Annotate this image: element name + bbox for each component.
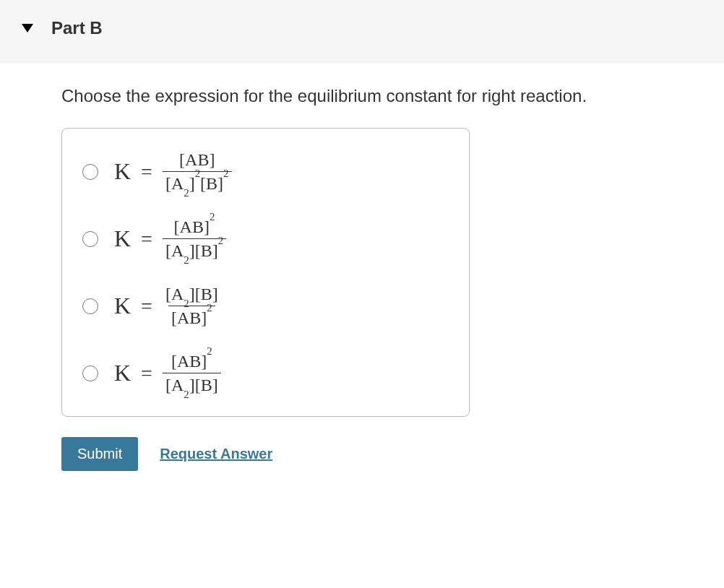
fraction-4: [AB]2 [A2][B] (163, 350, 221, 396)
radio-option-3[interactable] (82, 298, 98, 314)
numerator: [AB]2 (171, 216, 218, 238)
denominator: [AB]2 (168, 306, 215, 329)
expression-4: K = [AB]2 [A2][B] (114, 350, 221, 396)
option-2[interactable]: K = [AB]2 [A2][B]2 (82, 216, 440, 261)
equals-sign: = (141, 228, 152, 251)
equals-sign: = (141, 362, 152, 385)
fraction-3: [A2][B] [AB]2 (163, 283, 221, 329)
var-k: K (114, 293, 131, 319)
part-header[interactable]: Part B (0, 0, 724, 64)
var-k: K (114, 360, 131, 386)
expression-1: K = [AB] [A2]2[B]2 (114, 149, 232, 194)
option-1[interactable]: K = [AB] [A2]2[B]2 (82, 149, 440, 194)
var-k: K (114, 158, 131, 185)
request-answer-link[interactable]: Request Answer (160, 446, 272, 462)
var-k: K (114, 225, 131, 252)
radio-option-4[interactable] (82, 366, 98, 381)
fraction-1: [AB] [A2]2[B]2 (163, 149, 232, 194)
denominator: [A2][B] (163, 373, 221, 396)
content-area: Choose the expression for the equilibriu… (0, 64, 724, 493)
denominator: [A2]2[B]2 (163, 171, 232, 194)
fraction-2: [AB]2 [A2][B]2 (163, 216, 226, 261)
radio-option-1[interactable] (82, 164, 98, 180)
actions-row: Submit Request Answer (61, 437, 702, 471)
numerator: [AB]2 (168, 350, 215, 373)
options-container: K = [AB] [A2]2[B]2 K = [AB]2 [A2][B]2 (61, 128, 470, 417)
radio-option-2[interactable] (82, 231, 98, 247)
question-text: Choose the expression for the equilibriu… (61, 86, 702, 106)
option-4[interactable]: K = [AB]2 [A2][B] (82, 350, 440, 396)
caret-down-icon (22, 24, 33, 33)
part-title: Part B (51, 18, 103, 38)
equals-sign: = (141, 160, 152, 183)
expression-3: K = [A2][B] [AB]2 (114, 283, 221, 329)
option-3[interactable]: K = [A2][B] [AB]2 (82, 283, 440, 329)
equals-sign: = (141, 295, 152, 318)
submit-button[interactable]: Submit (61, 437, 138, 471)
expression-2: K = [AB]2 [A2][B]2 (114, 216, 226, 261)
denominator: [A2][B]2 (163, 238, 226, 261)
